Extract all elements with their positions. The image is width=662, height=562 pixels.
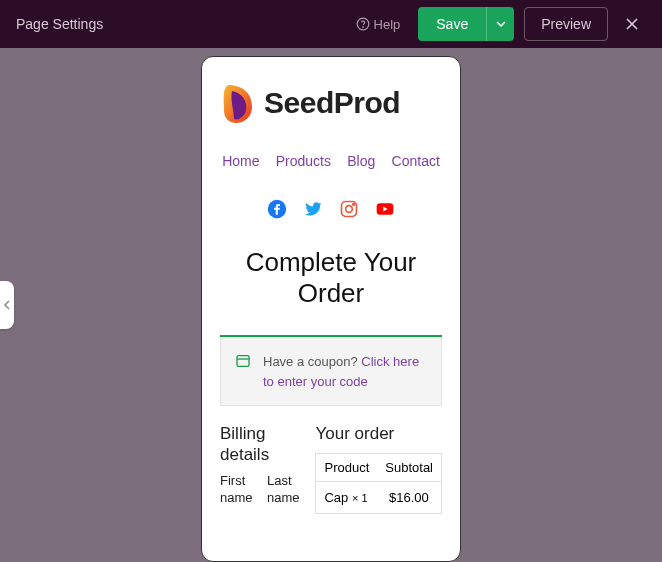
youtube-icon[interactable] (375, 199, 395, 219)
close-icon (622, 14, 642, 34)
social-icons (220, 199, 442, 219)
nav-item-contact[interactable]: Contact (392, 153, 440, 169)
page-content: SeedProd Home Products Blog Contact Comp… (202, 57, 460, 514)
logo-text: SeedProd (264, 86, 400, 120)
order-row: Cap × 1 $16.00 (316, 482, 441, 513)
chevron-down-icon (496, 19, 506, 29)
col-product: Product (316, 454, 377, 481)
svg-rect-7 (237, 356, 249, 367)
top-bar: Page Settings Help Save Preview (0, 0, 662, 48)
seedprod-logo-icon (220, 81, 256, 125)
checkout-columns: Billing details First name Last name You… (220, 424, 442, 513)
billing-heading: Billing details (220, 424, 307, 465)
svg-point-5 (353, 204, 355, 206)
order-item-qty: × 1 (352, 492, 368, 504)
panel-expand-handle[interactable] (0, 281, 14, 329)
billing-section: Billing details First name Last name (220, 424, 307, 513)
coupon-notice: Have a coupon? Click here to enter your … (220, 337, 442, 406)
page-title: Page Settings (16, 16, 346, 32)
preview-button[interactable]: Preview (524, 7, 608, 41)
nav-item-home[interactable]: Home (222, 153, 259, 169)
svg-point-1 (362, 27, 363, 28)
coupon-prompt-text: Have a coupon? (263, 354, 358, 369)
coupon-icon (235, 353, 251, 375)
canvas-area: SeedProd Home Products Blog Contact Comp… (0, 48, 662, 562)
nav-menu: Home Products Blog Contact (220, 153, 442, 169)
order-heading: Your order (315, 424, 442, 444)
svg-point-4 (346, 206, 353, 213)
col-subtotal: Subtotal (377, 454, 441, 481)
order-table-head: Product Subtotal (316, 454, 441, 482)
instagram-icon[interactable] (339, 199, 359, 219)
logo: SeedProd (220, 81, 442, 125)
order-table: Product Subtotal Cap × 1 $16.00 (315, 453, 442, 514)
mobile-preview-frame: SeedProd Home Products Blog Contact Comp… (201, 56, 461, 562)
twitter-icon[interactable] (303, 199, 323, 219)
last-name-label: Last name (267, 473, 308, 507)
help-icon (356, 17, 370, 31)
close-button[interactable] (618, 10, 646, 38)
facebook-icon[interactable] (267, 199, 287, 219)
first-name-label: First name (220, 473, 261, 507)
page-heading: Complete Your Order (220, 247, 442, 309)
save-button[interactable]: Save (418, 7, 486, 41)
nav-item-blog[interactable]: Blog (347, 153, 375, 169)
help-label: Help (374, 17, 401, 32)
order-section: Your order Product Subtotal Cap × 1 $16.… (315, 424, 442, 513)
chevron-left-icon (3, 299, 11, 311)
nav-item-products[interactable]: Products (276, 153, 331, 169)
help-link[interactable]: Help (356, 17, 401, 32)
order-item-price: $16.00 (381, 482, 441, 513)
save-dropdown-button[interactable] (486, 7, 514, 41)
save-group: Save (418, 7, 514, 41)
order-item-name: Cap × 1 (316, 482, 380, 513)
